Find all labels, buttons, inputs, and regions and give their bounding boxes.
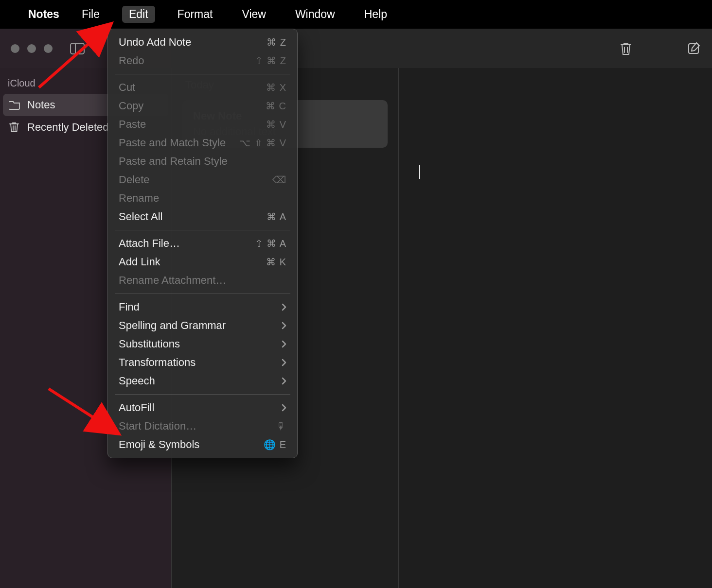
menu-item-cut: Cut⌘ X xyxy=(108,78,297,97)
menu-item-label: Delete xyxy=(119,173,150,186)
menu-item-label: Transformations xyxy=(119,356,196,369)
menu-item-label: Emoji & Symbols xyxy=(119,438,199,451)
menu-item-add-link[interactable]: Add Link⌘ K xyxy=(108,253,297,271)
toolbar xyxy=(0,29,712,68)
traffic-lights xyxy=(11,44,53,53)
chevron-right-icon xyxy=(282,404,286,412)
menu-item-find[interactable]: Find xyxy=(108,298,297,316)
note-editor[interactable] xyxy=(399,68,712,588)
close-window-button[interactable] xyxy=(11,44,19,53)
trash-icon xyxy=(620,41,632,56)
menu-item-label: Find xyxy=(119,301,140,313)
menu-item-shortcut: ⇧ ⌘ A xyxy=(255,238,286,249)
menu-item-shortcut: ⌘ A xyxy=(267,211,286,223)
menu-item-rename-attachment: Rename Attachment… xyxy=(108,271,297,290)
menu-item-shortcut: 🌐 E xyxy=(264,439,286,450)
text-cursor xyxy=(419,165,420,179)
menu-item-label: Select All xyxy=(119,210,163,223)
svg-rect-0 xyxy=(71,43,84,54)
menu-item-shortcut: ⌫ xyxy=(272,174,286,186)
menu-separator xyxy=(115,294,290,294)
menu-item-autofill[interactable]: AutoFill xyxy=(108,398,297,417)
app-name[interactable]: Notes xyxy=(28,8,59,21)
sidebar-item-label: Recently Deleted xyxy=(27,121,109,134)
menu-item-label: Copy xyxy=(119,100,143,112)
menu-item-substitutions[interactable]: Substitutions xyxy=(108,335,297,353)
menu-item-label: Paste xyxy=(119,118,146,131)
menu-item-label: Paste and Retain Style xyxy=(119,155,228,168)
sidebar-icon xyxy=(70,43,85,54)
zoom-window-button[interactable] xyxy=(44,44,53,53)
menu-item-label: Speech xyxy=(119,375,155,387)
chevron-right-icon xyxy=(282,359,286,366)
menu-item-label: Cut xyxy=(119,81,135,94)
menu-item-emoji-symbols[interactable]: Emoji & Symbols🌐 E xyxy=(108,435,297,454)
menu-item-label: Redo xyxy=(119,54,144,67)
minimize-window-button[interactable] xyxy=(27,44,36,53)
menu-item-speech[interactable]: Speech xyxy=(108,372,297,390)
menu-separator xyxy=(115,74,290,74)
menu-item-paste-and-retain-style: Paste and Retain Style xyxy=(108,152,297,171)
menu-item-label: Spelling and Grammar xyxy=(119,319,226,332)
menu-item-label: Rename xyxy=(119,192,159,205)
menu-item-copy: Copy⌘ C xyxy=(108,97,297,115)
menu-item-redo: Redo⇧ ⌘ Z xyxy=(108,52,297,70)
menu-item-shortcut: ⌘ C xyxy=(266,100,286,112)
trash-icon xyxy=(9,121,20,133)
menu-item-select-all[interactable]: Select All⌘ A xyxy=(108,208,297,226)
menu-item-transformations[interactable]: Transformations xyxy=(108,353,297,372)
menu-item-rename: Rename xyxy=(108,189,297,208)
menu-format[interactable]: Format xyxy=(171,6,220,23)
menu-help[interactable]: Help xyxy=(357,6,394,23)
menu-item-label: Substitutions xyxy=(119,338,180,350)
menu-item-undo-add-note[interactable]: Undo Add Note⌘ Z xyxy=(108,33,297,52)
menu-item-shortcut: 🎙 xyxy=(276,421,286,432)
menu-item-spelling-and-grammar[interactable]: Spelling and Grammar xyxy=(108,316,297,335)
delete-note-button[interactable] xyxy=(620,41,634,56)
chevron-right-icon xyxy=(282,322,286,329)
new-note-button[interactable] xyxy=(688,42,702,55)
toggle-sidebar-button[interactable] xyxy=(70,43,85,54)
menu-item-label: Rename Attachment… xyxy=(119,274,226,287)
menu-item-shortcut: ⌘ V xyxy=(266,119,286,130)
menu-item-paste: Paste⌘ V xyxy=(108,115,297,134)
chevron-right-icon xyxy=(282,303,286,311)
chevron-right-icon xyxy=(282,377,286,385)
menu-item-label: Add Link xyxy=(119,256,160,268)
folder-icon xyxy=(9,100,20,110)
menu-item-label: Start Dictation… xyxy=(119,420,196,432)
menu-item-label: Undo Add Note xyxy=(119,36,191,49)
menu-item-start-dictation: Start Dictation…🎙 xyxy=(108,417,297,435)
menu-view[interactable]: View xyxy=(235,6,272,23)
menu-item-shortcut: ⌘ X xyxy=(266,82,286,93)
edit-menu-dropdown: Undo Add Note⌘ ZRedo⇧ ⌘ ZCut⌘ XCopy⌘ CPa… xyxy=(107,29,298,458)
compose-icon xyxy=(688,42,701,55)
menu-item-label: AutoFill xyxy=(119,401,154,414)
sidebar-item-label: Notes xyxy=(27,99,55,111)
menu-window[interactable]: Window xyxy=(288,6,342,23)
menu-separator xyxy=(115,394,290,395)
menu-file[interactable]: File xyxy=(75,6,107,23)
menu-edit[interactable]: Edit xyxy=(122,6,155,23)
menu-item-label: Attach File… xyxy=(119,237,180,250)
menu-item-shortcut: ⌘ K xyxy=(266,256,286,268)
menu-item-paste-and-match-style: Paste and Match Style⌥ ⇧ ⌘ V xyxy=(108,134,297,152)
menu-separator xyxy=(115,230,290,230)
menu-item-shortcut: ⌥ ⇧ ⌘ V xyxy=(239,137,286,149)
menu-item-delete: Delete⌫ xyxy=(108,171,297,189)
menu-item-shortcut: ⇧ ⌘ Z xyxy=(255,55,286,67)
menu-item-attach-file[interactable]: Attach File…⇧ ⌘ A xyxy=(108,234,297,253)
chevron-right-icon xyxy=(282,340,286,348)
menubar: Notes File Edit Format View Window Help xyxy=(0,0,712,29)
menu-item-shortcut: ⌘ Z xyxy=(267,36,286,48)
main-area: iCloud Notes Recently Deleted Today New … xyxy=(0,68,712,588)
menu-item-label: Paste and Match Style xyxy=(119,137,226,149)
